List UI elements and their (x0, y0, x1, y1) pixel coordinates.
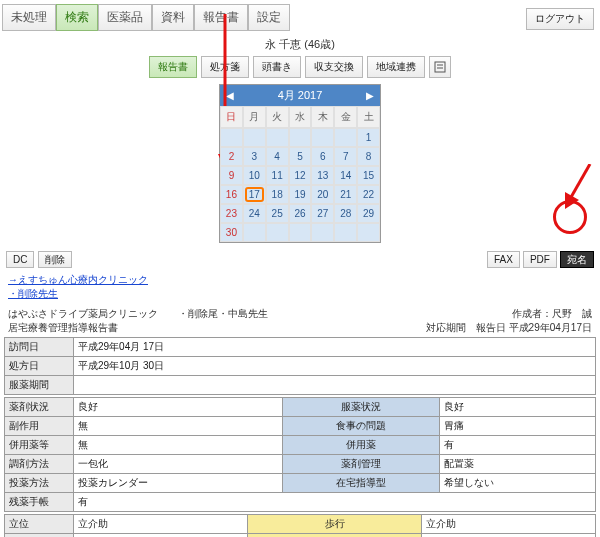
cal-dow: 土 (357, 106, 380, 128)
cal-day[interactable]: 21 (334, 185, 357, 204)
cal-prev-icon[interactable]: ◀ (226, 90, 234, 101)
cal-day[interactable]: 2 (220, 147, 243, 166)
cal-day[interactable]: 22 (357, 185, 380, 204)
cell-cv: 立介助 (422, 515, 596, 534)
cal-day[interactable] (289, 223, 312, 242)
cal-day[interactable]: 24 (243, 204, 266, 223)
cal-day[interactable]: 3 (243, 147, 266, 166)
cal-day[interactable] (266, 223, 289, 242)
table-adl: 立位立介助歩行立介助 排泄全介助食事全介助 嚥下全介助睡眠剤自立 認知全介助 A… (4, 514, 596, 537)
subbtn-extra-icon[interactable] (429, 56, 451, 78)
cal-day[interactable] (334, 223, 357, 242)
cell-v: 一包化 (74, 455, 283, 474)
cal-day[interactable] (357, 223, 380, 242)
cal-day[interactable]: 28 (334, 204, 357, 223)
cell-v: 無 (74, 417, 283, 436)
cell-cv: 胃痛 (439, 417, 595, 436)
cell-ch: 薬剤管理 (283, 455, 439, 474)
cell-cv: 全介助 (422, 534, 596, 538)
link-doctor[interactable]: ・削除先生 (8, 288, 58, 299)
subbtn-exchange[interactable]: 収支交換 (305, 56, 363, 78)
cal-day[interactable]: 23 (220, 204, 243, 223)
cell-v (74, 376, 596, 395)
annotation-arrow-pdf (555, 164, 595, 214)
doc-title: 居宅療養管理指導報告書 (8, 321, 268, 335)
cal-day[interactable]: 6 (311, 147, 334, 166)
delete-button[interactable]: 削除 (38, 251, 72, 268)
atena-button[interactable]: 宛名 (560, 251, 594, 268)
cal-day[interactable]: 4 (266, 147, 289, 166)
cal-day[interactable]: 5 (289, 147, 312, 166)
table-medication: 薬剤状況良好服薬状況良好 副作用無食事の問題胃痛 併用薬等無併用薬有 調剤方法一… (4, 397, 596, 512)
cal-day[interactable]: 25 (266, 204, 289, 223)
cal-day[interactable] (334, 128, 357, 147)
cal-day[interactable]: 9 (220, 166, 243, 185)
cell-v: 平成29年10月 30日 (74, 357, 596, 376)
tab-settings[interactable]: 設定 (248, 4, 290, 31)
cal-day[interactable] (220, 128, 243, 147)
cal-day[interactable]: 26 (289, 204, 312, 223)
pdf-button[interactable]: PDF (523, 251, 557, 268)
cal-day[interactable]: 27 (311, 204, 334, 223)
doc-period: 対応期間 報告日 平成29年04月17日 (426, 321, 592, 335)
subbtn-header[interactable]: 頭書き (253, 56, 301, 78)
cal-day[interactable]: 14 (334, 166, 357, 185)
cal-day[interactable] (311, 128, 334, 147)
subbtn-prescription[interactable]: 処方箋 (201, 56, 249, 78)
cal-day[interactable]: 18 (266, 185, 289, 204)
cal-next-icon[interactable]: ▶ (366, 90, 374, 101)
cell-v: 平成29年04月 17日 (74, 338, 596, 357)
cell-h: 調剤方法 (5, 455, 74, 474)
cal-day[interactable]: 11 (266, 166, 289, 185)
cell-h: 立位 (5, 515, 74, 534)
cal-day[interactable]: 30 (220, 223, 243, 242)
fax-button[interactable]: FAX (487, 251, 520, 268)
tab-search[interactable]: 検索 (56, 4, 98, 31)
subbtn-report[interactable]: 報告書 (149, 56, 197, 78)
annotation-circle-pdf (553, 200, 587, 234)
cell-cv: 配置薬 (439, 455, 595, 474)
cal-day[interactable]: 20 (311, 185, 334, 204)
dc-button[interactable]: DC (6, 251, 34, 268)
cell-cv: 希望しない (439, 474, 595, 493)
tab-medicine[interactable]: 医薬品 (98, 4, 152, 31)
patient-name: 永 千恵 (46歳) (0, 37, 600, 52)
cell-v: 投薬カレンダー (74, 474, 283, 493)
cal-day[interactable]: 12 (289, 166, 312, 185)
subbtn-region[interactable]: 地域連携 (367, 56, 425, 78)
cal-title: 4月 2017 (278, 88, 323, 103)
cal-day[interactable] (266, 128, 289, 147)
cal-day[interactable]: 15 (357, 166, 380, 185)
cal-day[interactable]: 19 (289, 185, 312, 204)
cal-day[interactable]: 8 (357, 147, 380, 166)
cell-v: 立介助 (74, 515, 248, 534)
cell-h: 副作用 (5, 417, 74, 436)
cal-day[interactable] (243, 223, 266, 242)
tab-unprocessed[interactable]: 未処理 (2, 4, 56, 31)
link-clinic[interactable]: →えすちゅん心療内クリニック (8, 274, 148, 285)
calendar: ◀ 4月 2017 ▶ 日 月 火 水 木 金 土 1 2345678 9101… (219, 84, 381, 243)
cal-day[interactable] (243, 128, 266, 147)
cell-h: 訪問日 (5, 338, 74, 357)
cell-cv: 有 (439, 436, 595, 455)
cell-h: 処方日 (5, 357, 74, 376)
svg-marker-3 (565, 192, 579, 209)
cal-day[interactable]: 1 (357, 128, 380, 147)
cell-v: 全介助 (74, 534, 248, 538)
tab-docs[interactable]: 資料 (152, 4, 194, 31)
cal-dow: 日 (220, 106, 243, 128)
document-icon (434, 61, 446, 73)
logout-button[interactable]: ログアウト (526, 8, 594, 30)
cell-ch: 併用薬 (283, 436, 439, 455)
cal-day[interactable]: 10 (243, 166, 266, 185)
cal-day[interactable] (311, 223, 334, 242)
cal-day-selected[interactable]: 17 (243, 185, 266, 204)
main-tabs: 未処理 検索 医薬品 資料 報告書 設定 (2, 4, 600, 31)
cal-day[interactable]: 7 (334, 147, 357, 166)
cal-day[interactable]: 13 (311, 166, 334, 185)
cal-day[interactable] (289, 128, 312, 147)
cal-dow: 金 (334, 106, 357, 128)
cal-day[interactable]: 16 (220, 185, 243, 204)
tab-report[interactable]: 報告書 (194, 4, 248, 31)
cal-day[interactable]: 29 (357, 204, 380, 223)
